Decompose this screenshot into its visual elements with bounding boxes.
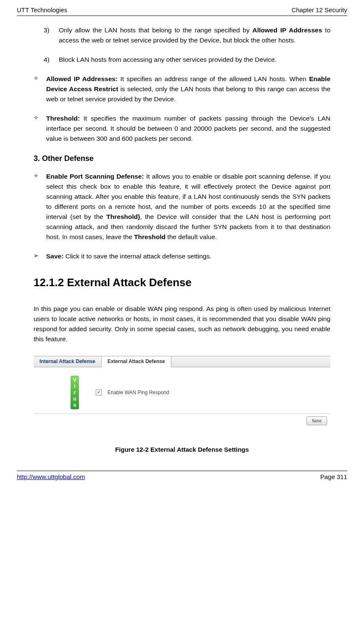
list-text: Only allow the LAN hosts that belong to … bbox=[59, 25, 330, 45]
tab-external-attack-defense[interactable]: External Attack Defense bbox=[102, 356, 171, 367]
virus-badge: V i r u s bbox=[71, 376, 79, 410]
header-right: Chapter 12 Security bbox=[291, 5, 347, 15]
bullet-item-allowed-ip: ✧ Allowed IP Addresses: It specifies an … bbox=[34, 74, 330, 104]
tab-bar: Internal Attack Defense External Attack … bbox=[34, 356, 330, 367]
checkbox-label: Enable WAN Ping Respond bbox=[107, 389, 169, 397]
figure-caption: Figure 12-2 External Attack Defense Sett… bbox=[34, 445, 330, 454]
diamond-icon: ✧ bbox=[34, 113, 46, 144]
bullet-text: Enable Port Scanning Defense: It allows … bbox=[46, 171, 330, 242]
wan-ping-respond-checkbox[interactable]: ✓ bbox=[96, 390, 102, 395]
panel-footer: Save bbox=[34, 413, 330, 428]
page-content: 3) Only allow the LAN hosts that belong … bbox=[17, 25, 347, 454]
diamond-icon: ✧ bbox=[34, 171, 46, 242]
bullet-text: Allowed IP Addresses: It specifies an ad… bbox=[46, 74, 330, 104]
settings-panel: Internal Attack Defense External Attack … bbox=[34, 356, 330, 428]
bold-text: Allowed IP Addresses: bbox=[46, 75, 118, 82]
bold-text: Threshold: bbox=[46, 115, 80, 122]
bold-text: Threshold) bbox=[106, 213, 140, 220]
header-left: UTT Technologies bbox=[17, 5, 67, 15]
intro-paragraph: In this page you can enable or disable W… bbox=[34, 304, 330, 344]
bullet-text: Threshold: It specifies the maximum numb… bbox=[46, 113, 330, 144]
footer-link[interactable]: http://www.uttglobal.com bbox=[17, 472, 85, 482]
page-footer: http://www.uttglobal.com Page 311 bbox=[17, 471, 347, 482]
list-number: 3) bbox=[44, 25, 59, 45]
bold-text: Allowed IP Addresses bbox=[252, 26, 322, 34]
virus-letter: s bbox=[71, 402, 79, 408]
text-segment: Click it to save the internal attack def… bbox=[63, 253, 211, 260]
bullet-item-port-scanning: ✧ Enable Port Scanning Defense: It allow… bbox=[34, 171, 330, 242]
bold-text: Save: bbox=[46, 253, 63, 260]
panel-body: V i r u s ✓ Enable WAN Ping Respond bbox=[34, 367, 330, 414]
list-item-3: 3) Only allow the LAN hosts that belong … bbox=[44, 25, 330, 45]
list-text: Block LAN hosts from accessing any other… bbox=[59, 55, 330, 65]
page-header: UTT Technologies Chapter 12 Security bbox=[17, 5, 347, 16]
bullet-text: Save: Click it to save the internal atta… bbox=[46, 251, 330, 261]
tab-internal-attack-defense[interactable]: Internal Attack Defense bbox=[34, 356, 102, 367]
tab-bar-filler bbox=[171, 356, 330, 367]
bullet-item-threshold: ✧ Threshold: It specifies the maximum nu… bbox=[34, 113, 330, 144]
list-item-4: 4) Block LAN hosts from accessing any ot… bbox=[44, 55, 330, 65]
bold-text: Enable Port Scanning Defense: bbox=[46, 173, 144, 180]
arrow-icon: ➢ bbox=[34, 251, 46, 261]
text-segment: the default value. bbox=[165, 233, 217, 240]
page-number: Page 311 bbox=[320, 472, 347, 482]
save-button[interactable]: Save bbox=[306, 416, 327, 425]
virus-letter: V bbox=[71, 377, 79, 383]
bold-text: Threshold bbox=[134, 233, 165, 240]
virus-letter: i bbox=[71, 383, 79, 390]
text-segment: Only allow the LAN hosts that belong to … bbox=[59, 26, 252, 34]
list-number: 4) bbox=[44, 55, 59, 65]
text-segment: It specifies an address range of the all… bbox=[118, 75, 309, 82]
virus-letter: u bbox=[71, 396, 79, 402]
bullet-item-save: ➢ Save: Click it to save the internal at… bbox=[34, 251, 330, 261]
heading-other-defense: 3. Other Defense bbox=[34, 153, 330, 165]
text-segment: It specifies the maximum number of packe… bbox=[46, 115, 330, 142]
wan-ping-respond-option: ✓ Enable WAN Ping Respond bbox=[96, 389, 169, 397]
virus-letter: r bbox=[71, 390, 79, 396]
diamond-icon: ✧ bbox=[34, 74, 46, 104]
heading-external-attack-defense: 12.1.2 External Attack Defense bbox=[34, 274, 330, 291]
